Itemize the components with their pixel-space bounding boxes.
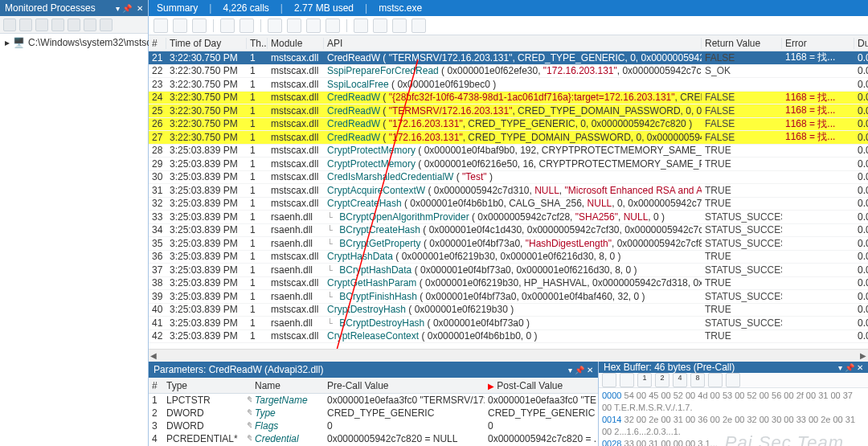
- call-count: 4,226 calls: [223, 2, 268, 14]
- summary-bar: Summary | 4,226 calls | 2.77 MB used | m…: [149, 0, 868, 16]
- watermark: Pai Sec Team: [725, 436, 844, 446]
- minus-icon: ▸: [5, 37, 10, 48]
- target-exe: mstsc.exe: [379, 2, 422, 14]
- table-row[interactable]: 373:25:03.839 PM1rsaenh.dll└ BCryptHashD…: [149, 264, 868, 277]
- param-row[interactable]: 3DWORD✎Flags00: [149, 419, 598, 432]
- copy-button[interactable]: [192, 18, 207, 33]
- pcol-num[interactable]: #: [149, 380, 163, 391]
- menu-button[interactable]: [100, 18, 113, 31]
- table-row[interactable]: 333:25:03.839 PM1rsaenh.dll└ BCryptOpenA…: [149, 211, 868, 224]
- byte-1[interactable]: 1: [637, 373, 652, 387]
- tree-button[interactable]: [240, 18, 254, 33]
- table-row[interactable]: 223:22:30.750 PM1mstscax.dllSspiPrepareF…: [149, 65, 868, 79]
- table-row[interactable]: 233:22:30.750 PM1mstscax.dllSspiLocalFre…: [149, 78, 868, 92]
- pcol-post[interactable]: Post-Call Value: [497, 380, 563, 391]
- left-pane-title-text: Monitored Processes: [5, 2, 96, 14]
- clear-button[interactable]: [392, 18, 407, 33]
- table-row[interactable]: 283:25:03.839 PM1mstscax.dllCryptProtect…: [149, 145, 868, 158]
- table-row[interactable]: 323:25:03.839 PM1mstscax.dllCryptCreateH…: [149, 198, 868, 211]
- stop-button[interactable]: [373, 18, 387, 33]
- table-row[interactable]: 423:25:03.839 PM1mstscax.dllCryptRelease…: [149, 330, 868, 344]
- table-row[interactable]: 363:25:03.839 PM1mstscax.dllCryptHashDat…: [149, 251, 868, 264]
- exe-icon: 🖥️: [13, 37, 25, 48]
- left-toolbar: [0, 16, 148, 34]
- table-row[interactable]: 243:22:30.750 PM1mstscax.dllCredReadW ( …: [149, 92, 868, 105]
- param-row[interactable]: 4PCREDENTIAL*✎Credential0x0000005942c7c8…: [149, 432, 598, 445]
- table-row[interactable]: 383:25:03.839 PM1mstscax.dllCryptGetHash…: [149, 277, 868, 291]
- hex-body[interactable]: Pai Sec Team 0000 54 00 45 00 52 00 4d 0…: [599, 388, 868, 446]
- param-body[interactable]: 1LPCTSTR✎TargetName0x000001e0efaa3fc0 "T…: [149, 394, 598, 445]
- pcol-name[interactable]: Name: [252, 380, 324, 391]
- param-header: # Type Name Pre-Call Value ▶ Post-Call V…: [149, 378, 598, 394]
- stop-button[interactable]: [19, 18, 32, 31]
- grid-hscroll[interactable]: ◀▶: [149, 349, 868, 362]
- table-row[interactable]: 343:25:03.839 PM1rsaenh.dll└ BCryptCreat…: [149, 224, 868, 238]
- col-module[interactable]: Module: [268, 38, 324, 49]
- byte-4[interactable]: 4: [673, 373, 687, 387]
- pcol-type[interactable]: Type: [163, 380, 244, 391]
- col-thread[interactable]: Th...: [247, 38, 268, 49]
- table-row[interactable]: 413:25:03.839 PM1rsaenh.dll└ BCryptDestr…: [149, 317, 868, 330]
- table-row[interactable]: 303:25:03.839 PM1mstscax.dllCredIsMarsha…: [149, 171, 868, 185]
- table-row[interactable]: 213:22:30.750 PM1mstscax.dllCredReadW ( …: [149, 51, 868, 65]
- hex-title: Hex Buffer: 46 bytes (Pre-Call): [604, 362, 735, 373]
- mem-used: 2.77 MB used: [294, 2, 354, 14]
- grid-button[interactable]: [220, 18, 235, 33]
- col-api[interactable]: API: [324, 38, 702, 49]
- col-time[interactable]: Time of Day: [166, 38, 247, 49]
- table-row[interactable]: 403:25:03.839 PM1mstscax.dllCryptDestroy…: [149, 304, 868, 317]
- save-button[interactable]: [154, 18, 168, 33]
- record-button[interactable]: [3, 18, 16, 31]
- process-row[interactable]: ▸ 🖥️ C:\Windows\system32\mstsc.exe: [0, 34, 148, 51]
- main-toolbar: [149, 16, 868, 35]
- param-row[interactable]: 2DWORD✎TypeCRED_TYPE_GENERICCRED_TYPE_GE…: [149, 407, 598, 419]
- table-row[interactable]: 253:22:30.750 PM1mstscax.dllCredReadW ( …: [149, 104, 868, 118]
- hex-line: 0000 54 00 45 00 52 00 4d 00 53 00 52 00…: [602, 390, 865, 414]
- col-err[interactable]: Error: [782, 38, 854, 49]
- prev-button[interactable]: [708, 373, 723, 387]
- table-row[interactable]: 353:25:03.839 PM1rsaenh.dll└ BCryptGetPr…: [149, 237, 868, 251]
- find-button[interactable]: [68, 18, 80, 31]
- hex-toolbar: 1 2 4 8: [599, 373, 868, 388]
- table-row[interactable]: 393:25:03.839 PM1rsaenh.dll└ BCryptFinis…: [149, 290, 868, 304]
- find-button[interactable]: [173, 18, 187, 33]
- close-icon[interactable]: ✕: [137, 4, 143, 13]
- down-button[interactable]: [287, 18, 301, 33]
- param-title: Parameters: CredReadW (Advapi32.dll): [154, 364, 323, 375]
- col-ret[interactable]: Return Value: [702, 38, 782, 49]
- table-row[interactable]: 293:25:03.839 PM1mstscax.dllCryptProtect…: [149, 158, 868, 171]
- up-button[interactable]: [268, 18, 282, 33]
- summary-label[interactable]: Summary: [157, 2, 198, 14]
- param-title-bar: Parameters: CredReadW (Advapi32.dll) ▾ 📌…: [149, 362, 598, 378]
- param-row[interactable]: 1LPCTSTR✎TargetName0x000001e0efaa3fc0 "T…: [149, 394, 598, 407]
- grid-header: # Time of Day Th... Module API Return Va…: [149, 35, 868, 51]
- table-row[interactable]: 313:25:03.839 PM1mstscax.dllCryptAcquire…: [149, 184, 868, 198]
- left-pane-title: Monitored Processes ▾ 📌 ✕: [0, 0, 148, 16]
- refresh-button[interactable]: [51, 18, 64, 31]
- col-dur[interactable]: Dura...: [854, 38, 868, 49]
- marker-button[interactable]: [411, 18, 426, 33]
- hex-title-bar: Hex Buffer: 46 bytes (Pre-Call) ▾ 📌 ✕: [599, 362, 868, 373]
- save-button[interactable]: [602, 373, 616, 387]
- prev-button[interactable]: [306, 18, 321, 33]
- filter-button[interactable]: [354, 18, 368, 33]
- copy-button[interactable]: [620, 373, 634, 387]
- table-row[interactable]: 273:22:30.750 PM1mstscax.dllCredReadW ( …: [149, 131, 868, 145]
- next-button[interactable]: [726, 373, 740, 387]
- options-button[interactable]: [84, 18, 96, 31]
- pin-icon[interactable]: ▾ 📌 ✕: [838, 363, 863, 372]
- pin-icon[interactable]: ▾ 📌 ✕: [568, 366, 593, 374]
- byte-8[interactable]: 8: [690, 373, 705, 387]
- byte-2[interactable]: 2: [655, 373, 669, 387]
- pcol-pre[interactable]: Pre-Call Value: [324, 380, 485, 391]
- grid-body[interactable]: 213:22:30.750 PM1mstscax.dllCredReadW ( …: [149, 51, 868, 349]
- col-num[interactable]: #: [149, 38, 166, 49]
- table-row[interactable]: 263:22:30.750 PM1mstscax.dllCredReadW ( …: [149, 118, 868, 132]
- next-button[interactable]: [326, 18, 340, 33]
- pause-button[interactable]: [35, 18, 48, 31]
- pin-icon[interactable]: ▾ 📌: [116, 4, 132, 13]
